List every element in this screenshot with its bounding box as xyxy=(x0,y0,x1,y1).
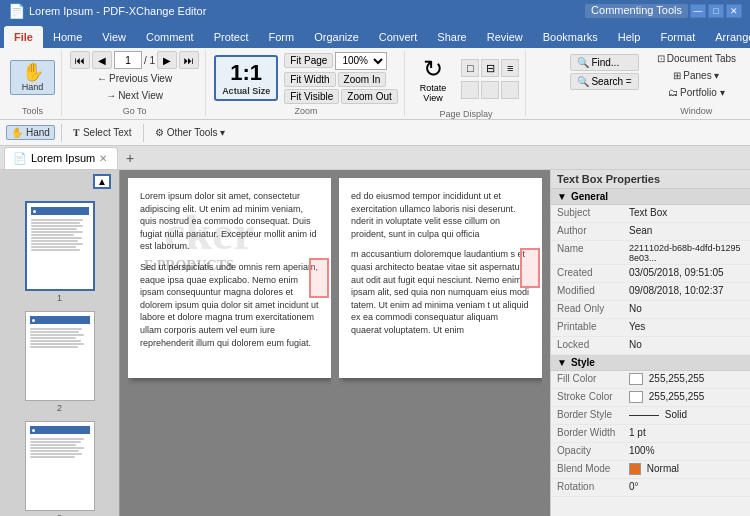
page-number-input[interactable] xyxy=(114,51,142,69)
title-bar: 📄 Lorem Ipsum - PDF-XChange Editor Comme… xyxy=(0,0,750,22)
tab-help[interactable]: Help xyxy=(608,26,651,48)
minimize-button[interactable]: — xyxy=(690,4,706,18)
fill-color-swatch[interactable] xyxy=(629,373,643,385)
thumbnails-collapse-button[interactable]: ▲ xyxy=(93,174,111,189)
layout-btn-4[interactable] xyxy=(461,81,479,99)
zoom-level-select[interactable]: 100% 50% 75% 125% 150% 200% xyxy=(335,52,387,70)
tab-protect[interactable]: Protect xyxy=(204,26,259,48)
layout-btn-5[interactable] xyxy=(481,81,499,99)
add-tab-button[interactable]: + xyxy=(120,148,140,168)
thumbnail-page-2[interactable]: 2 xyxy=(15,311,105,413)
other-tools-button[interactable]: ⚙ Other Tools ▾ xyxy=(150,125,231,140)
find-button[interactable]: 🔍 Find... xyxy=(570,54,638,71)
doc-tab-close-button[interactable]: ✕ xyxy=(99,153,107,164)
thumb-img-2 xyxy=(25,311,95,401)
search-button[interactable]: 🔍 Search = xyxy=(570,73,638,90)
tab-comment[interactable]: Comment xyxy=(136,26,204,48)
document-tab-lorem-ipsum[interactable]: 📄 Lorem Ipsum ✕ xyxy=(4,147,118,169)
prop-subject-row: Subject Text Box xyxy=(551,205,750,223)
pages-container: cker E PRODUCTS Lorem ipsum dolor sit am… xyxy=(128,178,542,510)
fit-page-button[interactable]: Fit Page xyxy=(284,53,333,68)
tab-home[interactable]: Home xyxy=(43,26,92,48)
prop-border-width-row: Border Width 1 pt xyxy=(551,425,750,443)
rotate-icon: ↻ xyxy=(423,55,443,83)
hand-tool-small[interactable]: ✋ Hand xyxy=(6,125,55,140)
tools-group: ✋ Hand Tools xyxy=(4,51,62,116)
prop-modified-row: Modified 09/08/2018, 10:02:37 xyxy=(551,283,750,301)
style-section: ▼ Style Fill Color 255,255,255 Stroke Co… xyxy=(551,355,750,497)
title-bar-title: Lorem Ipsum - PDF-XChange Editor xyxy=(29,5,206,17)
previous-view-button[interactable]: ← Previous View xyxy=(93,71,176,86)
properties-header: Text Box Properties xyxy=(551,170,750,189)
tab-share[interactable]: Share xyxy=(427,26,476,48)
goto-group: ⏮ ◀ / 1 ▶ ⏭ ← Previous View → Next View … xyxy=(64,51,206,116)
thumbnail-page-3[interactable]: 3 xyxy=(15,421,105,516)
tab-form[interactable]: Form xyxy=(259,26,305,48)
select-text-button[interactable]: 𝐓 Select Text xyxy=(68,125,137,141)
prop-fill-color-row: Fill Color 255,255,255 xyxy=(551,371,750,389)
tab-file[interactable]: File xyxy=(4,26,43,48)
find-search-group: 🔍 Find... 🔍 Search = xyxy=(564,51,644,116)
hand-tool-button[interactable]: ✋ Hand xyxy=(10,60,55,95)
first-page-button[interactable]: ⏮ xyxy=(70,51,90,69)
layout-btn-6[interactable] xyxy=(501,81,519,99)
tab-view[interactable]: View xyxy=(92,26,136,48)
hand-icon: ✋ xyxy=(22,63,44,81)
stroke-color-swatch[interactable] xyxy=(629,391,643,403)
fit-visible-button[interactable]: Fit Visible xyxy=(284,89,339,104)
tab-convert[interactable]: Convert xyxy=(369,26,428,48)
prop-name-row: Name 2211102d-b68b-4dfd-b12958e03... xyxy=(551,241,750,265)
continuous-page-button[interactable]: ≡ xyxy=(501,59,519,77)
toolbar-sep-1 xyxy=(61,124,62,142)
page-1-para-2: Sed ut perspiciatis unde omnis rem aperi… xyxy=(140,261,319,349)
prop-opacity-row: Opacity 100% xyxy=(551,443,750,461)
tab-bookmarks[interactable]: Bookmarks xyxy=(533,26,608,48)
general-section-header[interactable]: ▼ General xyxy=(551,189,750,205)
pdf-page-2: ed do eiusmod tempor incididunt ut et ex… xyxy=(339,178,542,378)
prop-created-row: Created 03/05/2018, 09:51:05 xyxy=(551,265,750,283)
ribbon-content: ✋ Hand Tools ⏮ ◀ / 1 ▶ ⏭ ← Previous V xyxy=(0,48,750,120)
tab-organize[interactable]: Organize xyxy=(304,26,369,48)
toolbar-sep-2 xyxy=(143,124,144,142)
tab-format[interactable]: Format xyxy=(650,26,705,48)
page-display-label: Page Display xyxy=(440,107,493,119)
thumbnails-panel: ▲ xyxy=(0,170,120,516)
zoom-out-button[interactable]: Zoom Out xyxy=(341,89,397,104)
zoom-group-label: Zoom xyxy=(294,104,317,116)
thumb-header-3 xyxy=(30,426,90,434)
pdf-page-2-content: ed do eiusmod tempor incididunt ut et ex… xyxy=(351,190,530,337)
thumb-header-1 xyxy=(31,207,89,215)
actual-size-button[interactable]: 1:1 Actual Size xyxy=(214,55,278,101)
thumbnail-page-1[interactable]: 1 xyxy=(15,201,105,303)
maximize-button[interactable]: □ xyxy=(708,4,724,18)
single-page-button[interactable]: □ xyxy=(461,59,479,77)
last-page-button[interactable]: ⏭ xyxy=(179,51,199,69)
fit-width-button[interactable]: Fit Width xyxy=(284,72,335,87)
tab-review[interactable]: Review xyxy=(477,26,533,48)
zoom-options: Fit Page 100% 50% 75% 125% 150% 200% Fit… xyxy=(284,52,398,104)
page-display-group: ↻ RotateView □ ⊟ ≡ Pag xyxy=(407,51,527,116)
thumb-img-1 xyxy=(25,201,95,291)
close-button[interactable]: ✕ xyxy=(726,4,742,18)
prev-page-button[interactable]: ◀ xyxy=(92,51,112,69)
goto-content: ⏮ ◀ / 1 ▶ ⏭ ← Previous View → Next View xyxy=(70,51,199,104)
tools-content: ✋ Hand xyxy=(10,51,55,104)
style-section-header[interactable]: ▼ Style xyxy=(551,355,750,371)
page-content-area[interactable]: cker E PRODUCTS Lorem ipsum dolor sit am… xyxy=(120,170,550,516)
panes-button[interactable]: ⊞ Panes ▾ xyxy=(669,68,723,83)
next-view-icon: → xyxy=(106,90,116,101)
portfolio-button[interactable]: 🗂 Portfolio ▾ xyxy=(664,85,728,100)
pdf-page-1: cker E PRODUCTS Lorem ipsum dolor sit am… xyxy=(128,178,331,378)
prop-printable-row: Printable Yes xyxy=(551,319,750,337)
next-page-button[interactable]: ▶ xyxy=(157,51,177,69)
rotate-view-button[interactable]: ↻ RotateView xyxy=(413,51,454,107)
two-page-button[interactable]: ⊟ xyxy=(481,59,499,77)
tab-arrange[interactable]: Arrange xyxy=(705,26,750,48)
document-tabs-button[interactable]: ⊡ Document Tabs xyxy=(653,51,740,66)
main-area: ▲ xyxy=(0,170,750,516)
next-view-button[interactable]: → Next View xyxy=(102,88,167,103)
portfolio-icon: 🗂 xyxy=(668,87,678,98)
panes-icon: ⊞ xyxy=(673,70,681,81)
zoom-in-button[interactable]: Zoom In xyxy=(338,72,387,87)
thumb-label-2: 2 xyxy=(57,403,62,413)
